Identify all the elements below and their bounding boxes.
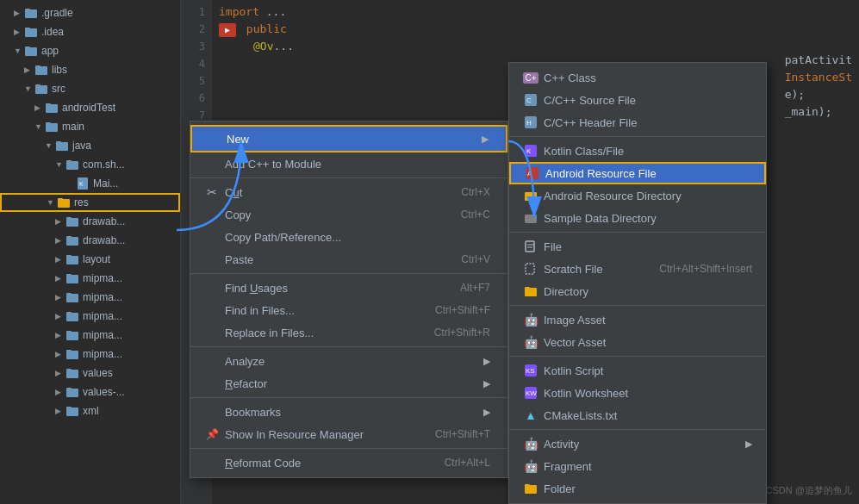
menu-item-find-usages[interactable]: Find Usages Alt+F7	[190, 277, 507, 299]
tree-label: src	[52, 83, 65, 95]
svg-text:KW: KW	[526, 389, 537, 397]
menu-item-cut[interactable]: ✂ Cut Ctrl+X	[190, 181, 507, 203]
file-icon: K	[76, 177, 90, 190]
svg-rect-33	[66, 312, 72, 314]
menu-item-refactor[interactable]: Refactor ▶	[190, 372, 507, 395]
watermark-text: CSDN @追梦的鱼儿	[766, 485, 852, 495]
tree-label: mipma...	[83, 329, 122, 341]
tree-item-app[interactable]: ▼ app	[0, 41, 180, 60]
tree-item-xml[interactable]: ▶ xml	[0, 401, 180, 420]
code-line-7: ▶ public	[219, 21, 852, 38]
vector-asset-icon: 🤖	[523, 335, 538, 349]
menu-item-replace-files[interactable]: Replace in Files... Ctrl+Shift+R	[190, 321, 507, 344]
folder-icon	[24, 6, 38, 20]
tree-item-main-activity[interactable]: K Mai...	[0, 174, 180, 193]
submenu-item-folder[interactable]: Folder	[509, 477, 766, 500]
menu-item-resource-manager[interactable]: 📌 Show In Resource Manager Ctrl+Shift+T	[190, 423, 507, 445]
menu-item-copy-path[interactable]: Copy Path/Reference...	[190, 226, 507, 248]
menu-item-new[interactable]: New ▶	[190, 125, 507, 152]
submenu-item-kotlin-class[interactable]: K Kotlin Class/File	[509, 140, 766, 162]
submenu-directory-label: Directory	[544, 285, 588, 298]
tree-item-res[interactable]: ▼ res	[0, 193, 180, 212]
menu-item-analyze[interactable]: Analyze ▶	[190, 350, 507, 372]
submenu-item-directory[interactable]: Directory	[509, 280, 766, 302]
submenu-activity-label: Activity	[544, 438, 579, 451]
svg-rect-52	[525, 192, 537, 201]
submenu-scratch-shortcut: Ctrl+Alt+Shift+Insert	[659, 263, 752, 275]
menu-replace-files-icon	[204, 326, 220, 339]
code-line-3: import ...	[219, 3, 852, 21]
submenu-item-file[interactable]: File	[509, 235, 766, 258]
menu-refactor-arrow: ▶	[483, 378, 490, 389]
submenu-item-cpp-source[interactable]: C C/C++ Source File	[509, 89, 766, 111]
submenu-item-cpp-class[interactable]: C+ C++ Class	[509, 66, 766, 89]
svg-rect-65	[525, 484, 530, 487]
folder-icon	[65, 271, 79, 285]
submenu-item-kotlin-script[interactable]: KS Kotlin Script	[509, 359, 766, 382]
submenu-folder-label: Folder	[544, 482, 576, 495]
tree-label: values	[83, 367, 113, 379]
tree-item-values-night[interactable]: ▶ values-...	[0, 383, 180, 401]
tree-item-mipmap4[interactable]: ▶ mipma...	[0, 326, 180, 345]
tree-item-libs[interactable]: ▶ libs	[0, 60, 180, 79]
submenu-item-sample-data[interactable]: Sample Data Directory	[509, 207, 766, 229]
menu-item-add-cpp[interactable]: Add C++ to Module	[190, 152, 507, 175]
folder-icon	[65, 328, 79, 342]
menu-bookmarks-arrow: ▶	[483, 407, 490, 418]
submenu-item-activity[interactable]: 🤖 Activity ▶	[509, 432, 766, 455]
submenu-scratch-label: Scratch File	[544, 263, 603, 276]
menu-item-paste[interactable]: Paste Ctrl+V	[190, 248, 507, 271]
menu-item-find-files[interactable]: Find in Files... Ctrl+Shift+F	[190, 299, 507, 321]
tree-item-layout[interactable]: ▶ layout	[0, 250, 180, 269]
folder-icon	[34, 82, 48, 96]
submenu-item-cmake[interactable]: ▲ CMakeLists.txt	[509, 404, 766, 426]
chevron-icon: ▶	[55, 274, 65, 283]
tree-item-values[interactable]: ▶ values	[0, 364, 180, 383]
folder-icon	[57, 196, 71, 209]
tree-item-comsh[interactable]: ▼ com.sh...	[0, 155, 180, 174]
submenu-item-image-asset[interactable]: 🤖 Image Asset	[509, 308, 766, 331]
svg-text:K: K	[526, 147, 532, 155]
tree-item-mipmap2[interactable]: ▶ mipma...	[0, 288, 180, 307]
svg-rect-39	[66, 369, 72, 371]
tree-label: libs	[52, 64, 67, 76]
menu-item-copy[interactable]: Copy Ctrl+C	[190, 203, 507, 226]
menu-cut-icon: ✂	[204, 185, 220, 199]
tree-item-gradle[interactable]: ▶ .gradle	[0, 3, 180, 22]
tree-label: drawab...	[83, 215, 125, 227]
svg-text:A: A	[527, 170, 532, 177]
menu-resource-label: Show In Resource Manager	[225, 428, 364, 441]
folder-icon	[34, 63, 48, 77]
tree-item-main[interactable]: ▼ main	[0, 117, 180, 136]
submenu-item-scratch[interactable]: Scratch File Ctrl+Alt+Shift+Insert	[509, 258, 766, 280]
menu-copy-label: Copy	[225, 208, 251, 221]
submenu-item-cpp-header[interactable]: H C/C++ Header File	[509, 111, 766, 134]
tree-item-idea[interactable]: ▶ .idea	[0, 22, 180, 41]
chevron-icon: ▼	[24, 84, 34, 93]
svg-rect-35	[66, 331, 72, 333]
kotlin-worksheet-icon: KW	[523, 386, 538, 400]
submenu-item-kotlin-worksheet[interactable]: KW Kotlin Worksheet	[509, 382, 766, 404]
menu-cut-label: Cut	[225, 186, 242, 199]
submenu-item-android-resource-file[interactable]: A Android Resource File	[509, 162, 766, 184]
tree-item-mipmap5[interactable]: ▶ mipma...	[0, 345, 180, 364]
submenu-item-fragment[interactable]: 🤖 Fragment	[509, 455, 766, 477]
submenu-item-android-resource-dir[interactable]: Android Resource Directory	[509, 184, 766, 207]
cpp-class-icon: C+	[523, 71, 538, 84]
submenu-item-vector-asset[interactable]: 🤖 Vector Asset	[509, 331, 766, 353]
submenu-fragment-label: Fragment	[544, 460, 592, 473]
tree-item-drawable2[interactable]: ▶ drawab...	[0, 231, 180, 250]
tree-item-src[interactable]: ▼ src	[0, 79, 180, 98]
menu-replace-files-shortcut: Ctrl+Shift+R	[434, 327, 490, 339]
menu-item-reformat[interactable]: Reformat Code Ctrl+Alt+L	[190, 451, 507, 474]
menu-item-bookmarks[interactable]: Bookmarks ▶	[190, 401, 507, 423]
tree-item-java[interactable]: ▼ java	[0, 136, 180, 155]
tree-item-drawable1[interactable]: ▶ drawab...	[0, 212, 180, 231]
tree-item-mipmap1[interactable]: ▶ mipma...	[0, 269, 180, 288]
tree-item-androidtest[interactable]: ▶ androidTest	[0, 98, 180, 117]
submenu-file-label: File	[544, 240, 562, 253]
svg-rect-15	[56, 141, 61, 144]
svg-rect-7	[35, 65, 40, 68]
menu-find-files-shortcut: Ctrl+Shift+F	[435, 304, 490, 316]
tree-item-mipmap3[interactable]: ▶ mipma...	[0, 307, 180, 326]
